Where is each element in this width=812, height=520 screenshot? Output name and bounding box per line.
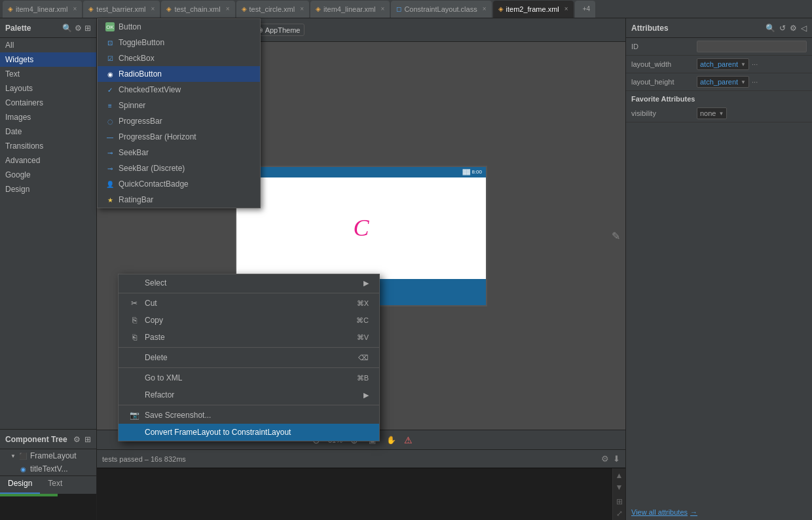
tab-test-barrier[interactable]: ◈ test_barrier.xml × (83, 1, 160, 18)
attr-row-layout-height: layout_height atch_parent ▼ ··· (626, 73, 812, 91)
submenu-item-ratingbar[interactable]: ★ RatingBar (98, 192, 260, 208)
cut-icon: ✂ (129, 299, 139, 308)
ctx-item-paste[interactable]: ⎗ Paste ⌘V (119, 329, 379, 346)
tab-close-icon[interactable]: × (564, 5, 568, 12)
tree-item-titletextview[interactable]: ◉ titleTextV... (0, 462, 96, 475)
collapse-attr-icon[interactable]: ◁ (801, 24, 807, 33)
ctx-item-cut[interactable]: ✂ Cut ⌘X (119, 295, 379, 312)
component-tree-layout-icon[interactable]: ⊞ (84, 435, 91, 444)
palette-item-containers[interactable]: Containers (0, 96, 96, 110)
tab-item4-linear-xml[interactable]: ◈ item4_linear.xml × (3, 1, 82, 18)
tab-close-icon[interactable]: × (483, 5, 487, 12)
tab-item2-frame[interactable]: ◈ item2_frame.xml × (493, 1, 574, 18)
spinner-icon: ≡ (105, 101, 115, 110)
attr-value-visibility: none ▼ (697, 107, 807, 119)
view-all-label: View all attributes (631, 508, 688, 516)
tab-test-circle[interactable]: ◈ test_circle.xml × (236, 1, 310, 18)
tab-test-chain[interactable]: ◈ test_chain.xml × (161, 1, 234, 18)
palette-item-widgets[interactable]: Widgets (0, 52, 96, 67)
submenu-item-seekbar[interactable]: ⊸ SeekBar (98, 145, 260, 160)
xml-icon: ◈ (8, 5, 13, 12)
palette-item-all[interactable]: All (0, 38, 96, 52)
submenu-item-checkbox[interactable]: ☑ CheckBox (98, 50, 260, 66)
component-tree: Component Tree ⚙ ⊞ ▼ ⬛ FrameLayout ◉ tit… (0, 429, 96, 520)
seekbar-icon: ⊸ (105, 148, 115, 157)
tab-close-icon[interactable]: × (73, 5, 77, 12)
component-tree-settings-icon[interactable]: ⚙ (73, 435, 81, 444)
submenu-item-spinner[interactable]: ≡ Spinner (98, 98, 260, 113)
attr-dropdown-layout-width[interactable]: atch_parent ▼ (697, 58, 749, 70)
warning-icon[interactable]: ⚠ (404, 435, 413, 445)
ctx-label-delete: Delete (145, 353, 168, 362)
attr-input-id[interactable] (697, 41, 807, 52)
palette-item-text[interactable]: Text (0, 67, 96, 81)
seekbar-discrete-icon: ⊸ (105, 164, 115, 173)
scroll-up-icon[interactable]: ▲ (616, 471, 623, 480)
submenu-item-seekbar-discrete[interactable]: ⊸ SeekBar (Discrete) (98, 160, 260, 176)
tab-close-icon[interactable]: × (226, 5, 230, 12)
chevron-layout-height: ▼ (741, 79, 746, 85)
attr-row-id: ID (626, 38, 812, 56)
scroll-down-icon[interactable]: ▼ (616, 483, 623, 492)
tab-close-icon[interactable]: × (381, 5, 385, 12)
run-status-text: tests passed – 16s 832ms (102, 455, 186, 463)
progressbar-horiz-icon: — (105, 132, 115, 141)
submenu-label-progressbar-horiz: ProgressBar (Horizont (119, 132, 196, 141)
palette-item-advanced[interactable]: Advanced (0, 153, 96, 168)
tab-item4-linear2[interactable]: ◈ item4_linear.xml × (310, 1, 390, 18)
tab-overflow[interactable]: +4 (575, 1, 595, 18)
tree-label-titletextview: titleTextV... (30, 464, 68, 474)
ctx-item-convert-framelayout[interactable]: Convert FrameLayout to ConstraintLayout (119, 424, 379, 441)
grid-icon[interactable]: ⊞ (616, 497, 623, 506)
ctx-item-save-screenshot[interactable]: 📷 Save Screenshot... (119, 407, 379, 424)
tree-item-framelayout[interactable]: ▼ ⬛ FrameLayout (0, 449, 96, 462)
ctx-label-copy: Copy (145, 316, 163, 325)
palette-item-transitions[interactable]: Transitions (0, 139, 96, 153)
submenu-item-button[interactable]: OK Button (98, 19, 260, 35)
maximize-icon[interactable]: ⤢ (616, 509, 623, 518)
tab-text[interactable]: Text (40, 476, 70, 494)
attr-more-layout-height[interactable]: ··· (752, 78, 758, 86)
tab-close-icon[interactable]: × (300, 5, 304, 12)
ctx-item-copy[interactable]: ⎘ Copy ⌘C (119, 312, 379, 329)
settings-icon[interactable]: ⚙ (75, 24, 82, 33)
ctx-item-goto-xml[interactable]: Go to XML ⌘B (119, 369, 379, 386)
xml-icon: ◈ (498, 5, 504, 12)
paste-icon: ⎗ (129, 333, 139, 342)
attr-more-layout-width[interactable]: ··· (752, 60, 758, 68)
submenu-item-checkedtextview[interactable]: ✓ CheckedTextView (98, 82, 260, 98)
palette-item-images[interactable]: Images (0, 110, 96, 124)
attr-header-icons: 🔍 ↺ ⚙ ◁ (766, 24, 807, 33)
attr-dropdown-visibility[interactable]: none ▼ (697, 107, 727, 119)
palette-item-design[interactable]: Design (0, 182, 96, 196)
attr-label-layout-width: layout_width (631, 60, 697, 68)
submenu-item-togglebutton[interactable]: ⊡ ToggleButton (98, 35, 260, 50)
settings-attr-icon[interactable]: ⚙ (790, 24, 797, 33)
settings-icon2[interactable]: ⚙ (601, 454, 609, 464)
palette-item-google[interactable]: Google (0, 168, 96, 182)
submenu-label-ratingbar: RatingBar (119, 195, 153, 204)
edit-handle[interactable]: ✎ (612, 230, 620, 242)
submenu-item-progressbar-horiz[interactable]: — ProgressBar (Horizont (98, 129, 260, 145)
xml-icon: ◈ (88, 5, 94, 12)
view-all-attributes-link[interactable]: View all attributes → (626, 504, 812, 520)
search-icon[interactable]: 🔍 (62, 24, 72, 33)
download-icon[interactable]: ⬇ (613, 454, 620, 464)
submenu-item-progressbar[interactable]: ◌ ProgressBar (98, 113, 260, 129)
tab-close-icon[interactable]: × (151, 5, 155, 12)
ctx-item-select[interactable]: Select ▶ (119, 274, 379, 291)
ctx-item-refactor[interactable]: Refactor ▶ (119, 386, 379, 403)
palette-item-layouts[interactable]: Layouts (0, 81, 96, 96)
attr-dropdown-layout-height[interactable]: atch_parent ▼ (697, 76, 749, 88)
tab-design[interactable]: Design (0, 476, 40, 494)
run-time: – 16s 832ms (145, 455, 186, 463)
submenu-item-quickcontactbadge[interactable]: 👤 QuickContactBadge (98, 176, 260, 192)
search-attr-icon[interactable]: 🔍 (766, 24, 775, 33)
tab-constraintlayout-class[interactable]: ◻ ConstraintLayout.class × (391, 1, 491, 18)
layout-icon[interactable]: ⊞ (84, 24, 91, 33)
submenu-item-radiobutton[interactable]: ◉ RadioButton (98, 66, 260, 82)
refresh-attr-icon[interactable]: ↺ (779, 24, 786, 33)
ctx-item-delete[interactable]: Delete ⌫ (119, 349, 379, 366)
hand-icon[interactable]: ✋ (384, 436, 399, 445)
palette-item-date[interactable]: Date (0, 124, 96, 139)
